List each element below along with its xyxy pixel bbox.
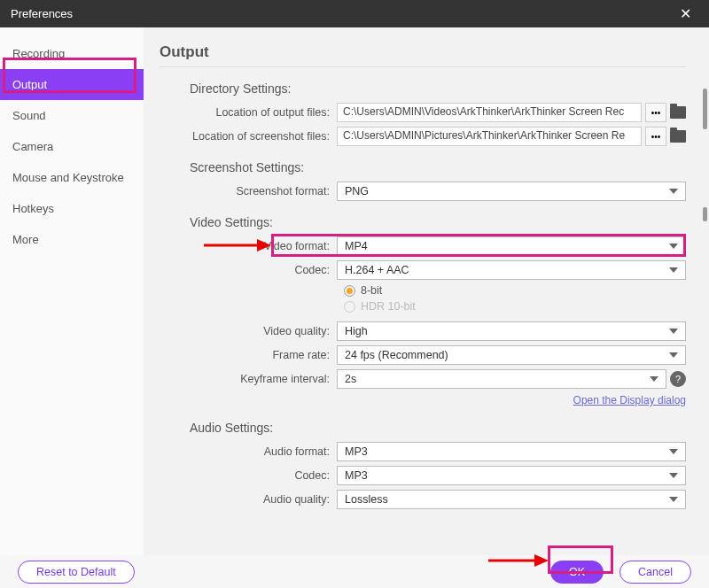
output-path-label: Location of output files: <box>160 106 337 119</box>
sidebar: Recording Output Sound Camera Mouse and … <box>0 27 144 555</box>
audio-quality-select[interactable]: Lossless <box>337 490 686 509</box>
video-format-select[interactable]: MP4 <box>337 236 686 256</box>
open-display-dialog-link[interactable]: Open the Display dialog <box>160 394 686 406</box>
frame-rate-select[interactable]: 24 fps (Recommend) <box>337 345 686 365</box>
sidebar-item-recording[interactable]: Recording <box>0 38 144 69</box>
sidebar-item-output[interactable]: Output <box>0 69 144 100</box>
screenshot-path-label: Location of screenshot files: <box>160 130 337 143</box>
sidebar-item-mouse-keystroke[interactable]: Mouse and Keystroke <box>0 162 144 193</box>
audio-codec-label: Codec: <box>160 469 337 482</box>
audio-format-select[interactable]: MP3 <box>337 442 686 461</box>
sidebar-item-hotkeys[interactable]: Hotkeys <box>0 193 144 224</box>
radio-icon <box>344 301 355 313</box>
radio-hdr10bit: HDR 10-bit <box>344 300 686 313</box>
reset-default-button[interactable]: Reset to Default <box>18 561 135 584</box>
ok-button[interactable]: OK <box>550 561 604 584</box>
sidebar-item-more[interactable]: More <box>0 224 144 255</box>
radio-8bit[interactable]: 8-bit <box>344 284 686 297</box>
screenshot-path-field[interactable]: C:\Users\ADMIN\Pictures\ArkThinker\ArkTh… <box>337 127 642 146</box>
browse-output-button[interactable]: ••• <box>645 103 666 122</box>
titlebar: Preferences ✕ <box>0 0 709 27</box>
section-screenshot: Screenshot Settings: <box>190 160 686 174</box>
video-quality-select[interactable]: High <box>337 321 686 341</box>
video-codec-label: Codec: <box>160 264 337 276</box>
screenshot-format-select[interactable]: PNG <box>337 182 686 201</box>
screenshot-format-label: Screenshot format: <box>160 185 337 197</box>
audio-codec-select[interactable]: MP3 <box>337 466 686 485</box>
browse-screenshot-button[interactable]: ••• <box>645 127 666 146</box>
section-video: Video Settings: <box>190 215 686 229</box>
window-title: Preferences <box>11 7 73 20</box>
content-pane: Output Directory Settings: Location of o… <box>144 27 709 555</box>
section-audio: Audio Settings: <box>190 421 686 435</box>
sidebar-item-sound[interactable]: Sound <box>0 100 144 131</box>
scrollbar[interactable] <box>703 207 707 221</box>
sidebar-item-camera[interactable]: Camera <box>0 131 144 162</box>
folder-icon[interactable] <box>670 130 686 143</box>
video-format-label: Video format: <box>160 240 337 252</box>
page-title: Output <box>160 43 686 61</box>
section-directory: Directory Settings: <box>190 81 686 96</box>
scrollbar[interactable] <box>703 89 707 129</box>
close-icon[interactable]: ✕ <box>673 2 698 26</box>
radio-icon <box>344 285 355 297</box>
output-path-field[interactable]: C:\Users\ADMIN\Videos\ArkThinker\ArkThin… <box>337 103 642 122</box>
keyframe-label: Keyframe interval: <box>160 373 337 385</box>
help-icon[interactable]: ? <box>670 371 686 387</box>
audio-format-label: Audio format: <box>160 445 337 458</box>
footer: Reset to Default OK Cancel <box>0 555 709 588</box>
cancel-button[interactable]: Cancel <box>619 561 691 584</box>
keyframe-select[interactable]: 2s <box>337 369 666 389</box>
frame-rate-label: Frame rate: <box>160 349 337 361</box>
audio-quality-label: Audio quality: <box>160 493 337 506</box>
folder-icon[interactable] <box>670 106 686 119</box>
video-quality-label: Video quality: <box>160 325 337 337</box>
video-codec-select[interactable]: H.264 + AAC <box>337 260 686 280</box>
